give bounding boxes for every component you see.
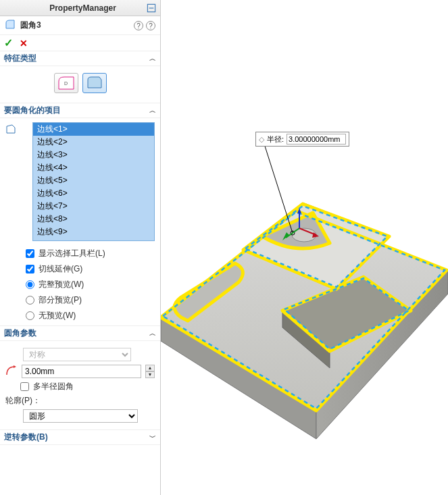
spin-up[interactable]: ▲ — [145, 365, 155, 371]
list-item[interactable]: 边线<1> — [33, 123, 154, 136]
cancel-button[interactable]: ✕ — [20, 38, 28, 49]
list-item[interactable]: 边线<3> — [33, 149, 154, 161]
items-listbox[interactable]: 边线<1>边线<2>边线<3>边线<4>边线<5>边线<6>边线<7>边线<8>… — [32, 122, 155, 241]
title-bar: PropertyManager — [0, 0, 160, 16]
radius-callout[interactable]: ◇ 半径: — [255, 132, 349, 147]
section-header-reverse[interactable]: 逆转参数(B) ﹀ — [0, 430, 160, 445]
checkbox-show-toolbar[interactable] — [26, 249, 34, 258]
opt-tangent[interactable]: 切线延伸(G) — [26, 263, 155, 275]
section-body-type: D — [0, 66, 160, 103]
list-item[interactable]: 边线<8> — [33, 213, 154, 226]
chevron-up-icon: ︿ — [149, 54, 156, 63]
radio-partial-preview[interactable] — [26, 296, 34, 305]
section-header-items[interactable]: 要圆角化的项目 ︿ — [0, 103, 160, 118]
fillet-type-face[interactable] — [82, 73, 107, 93]
pin-icon[interactable] — [145, 2, 157, 14]
section-header-type[interactable]: 特征类型 ︿ — [0, 51, 160, 66]
list-item[interactable]: 边线<10> — [33, 238, 154, 241]
callout-value-input[interactable] — [287, 134, 346, 145]
label-tangent: 切线延伸(G) — [39, 263, 82, 275]
edge-select-icon — [5, 124, 16, 136]
checkbox-tangent[interactable] — [26, 265, 34, 273]
feature-name: 圆角3 — [20, 20, 41, 31]
list-item[interactable]: 边线<9> — [33, 226, 154, 238]
action-row: ✓ ✕ — [0, 35, 160, 51]
label-no-preview: 无预览(W) — [39, 310, 76, 321]
feature-header: 圆角3 ? ? — [0, 16, 160, 35]
svg-text:?: ? — [149, 22, 153, 30]
opt-partial-preview[interactable]: 部分预览(P) — [26, 294, 155, 306]
spin-down[interactable]: ▼ — [145, 371, 155, 378]
svg-line-8 — [264, 142, 293, 233]
section-label-items: 要圆角化的项目 — [4, 105, 61, 116]
graphics-viewport[interactable] — [161, 0, 448, 495]
radio-no-preview[interactable] — [26, 311, 34, 320]
list-item[interactable]: 边线<7> — [33, 200, 154, 213]
panel-title: PropertyManager — [29, 3, 116, 13]
symmetry-select[interactable]: 对称 — [23, 348, 131, 361]
section-body-items: 边线<1>边线<2>边线<3>边线<4>边线<5>边线<6>边线<7>边线<8>… — [0, 118, 160, 326]
label-show-toolbar: 显示选择工具栏(L) — [39, 248, 105, 259]
list-item[interactable]: 边线<2> — [33, 136, 154, 149]
svg-text:?: ? — [136, 22, 141, 30]
list-item[interactable]: 边线<5> — [33, 174, 154, 187]
section-label-type: 特征类型 — [4, 53, 36, 64]
chevron-up-icon: ︿ — [149, 329, 156, 338]
svg-text:D: D — [64, 81, 68, 86]
list-item[interactable]: 边线<6> — [33, 187, 154, 200]
label-partial-preview: 部分预览(P) — [39, 294, 82, 306]
callout-handle-icon[interactable]: ◇ — [259, 135, 264, 144]
section-label-params: 圆角参数 — [4, 328, 36, 339]
section-body-params: 对称 ▲ ▼ 多半径圆角 轮廓(P)： 圆形 — [0, 341, 160, 430]
label-multi-radius: 多半径圆角 — [33, 381, 74, 392]
profile-select[interactable]: 圆形 — [23, 409, 138, 423]
radius-icon — [5, 364, 18, 378]
help-icon[interactable]: ? — [133, 20, 144, 31]
radius-input[interactable] — [22, 365, 141, 378]
opt-multi-radius[interactable]: 多半径圆角 — [20, 381, 155, 392]
fillet-type-constant[interactable]: D — [54, 73, 78, 93]
label-full-preview: 完整预览(W) — [39, 279, 84, 290]
callout-label: 半径: — [267, 134, 284, 145]
ok-button[interactable]: ✓ — [4, 36, 13, 49]
list-item[interactable]: 边线<4> — [33, 161, 154, 174]
property-manager-panel: PropertyManager 圆角3 ? ? ✓ ✕ 特征类型 ︿ D — [0, 0, 161, 495]
checkbox-multi-radius[interactable] — [20, 382, 29, 391]
opt-show-toolbar[interactable]: 显示选择工具栏(L) — [26, 248, 155, 259]
section-header-params[interactable]: 圆角参数 ︿ — [0, 326, 160, 341]
section-label-reverse: 逆转参数(B) — [4, 432, 48, 443]
opt-full-preview[interactable]: 完整预览(W) — [26, 279, 155, 290]
help-arrow-icon[interactable]: ? — [145, 20, 156, 31]
radio-full-preview[interactable] — [26, 280, 34, 289]
chevron-up-icon: ︿ — [149, 106, 156, 115]
item-options: 显示选择工具栏(L) 切线延伸(G) 完整预览(W) 部分预览(P) 无预览(W… — [26, 248, 155, 321]
opt-no-preview[interactable]: 无预览(W) — [26, 310, 155, 321]
fillet-feature-icon — [4, 18, 16, 33]
profile-label: 轮廓(P)： — [5, 395, 155, 407]
chevron-down-icon: ﹀ — [149, 433, 156, 442]
